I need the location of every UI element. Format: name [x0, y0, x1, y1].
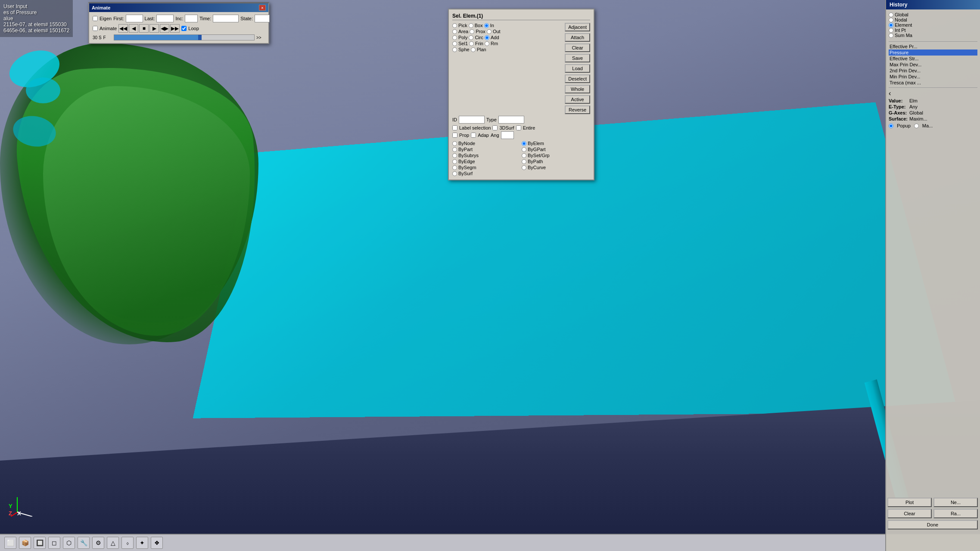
plot-button[interactable]: Plot [887, 498, 932, 507]
byedge-radio[interactable] [452, 159, 457, 164]
animate-dialog-titlebar: Animate × [89, 3, 268, 12]
nodal-radio[interactable] [889, 18, 893, 22]
pick-radio[interactable] [452, 23, 457, 28]
surf3d-checkbox[interactable] [492, 125, 498, 130]
bysubrys-radio[interactable] [452, 153, 457, 158]
toolbar-btn-0[interactable]: ⬜ [4, 537, 16, 549]
int-pt-radio[interactable] [889, 28, 893, 33]
ma-radio[interactable] [914, 124, 919, 128]
nodal-row: Nodal [889, 17, 977, 22]
result-item-3[interactable]: Max Prin Dev... [889, 62, 977, 68]
plan-radio[interactable] [471, 47, 476, 52]
global-radio[interactable] [889, 12, 893, 17]
sel1-frin-rm-row: Sel1 Frin Rm [452, 41, 561, 46]
ang-input[interactable]: 5 [501, 131, 514, 139]
toolbar-btn-8[interactable]: ⬨ [121, 537, 134, 549]
toolbar-btn-9[interactable]: ✦ [136, 537, 148, 549]
prox-radio[interactable] [470, 29, 474, 34]
byelem-radio[interactable] [522, 141, 526, 146]
save-button[interactable]: Save [565, 54, 590, 62]
global-section: Global Nodal Element Int Pt Sum Ma [889, 12, 977, 38]
area-radio[interactable] [452, 29, 457, 34]
adjacent-button[interactable]: Adjacent [565, 23, 590, 31]
bygpart-row: ByGPart [522, 147, 590, 152]
element-radio[interactable] [889, 23, 893, 28]
circ-radio[interactable] [469, 35, 473, 40]
bysurf-radio[interactable] [452, 171, 457, 176]
toolbar-btn-1[interactable]: 📦 [19, 537, 31, 549]
active-button[interactable]: Active [565, 95, 590, 104]
first-input[interactable]: 1 [126, 15, 143, 22]
toolbar-btn-10[interactable]: ❖ [151, 537, 163, 549]
animate-checkbox[interactable] [93, 26, 98, 31]
toolbar-btn-6[interactable]: ⚙ [92, 537, 104, 549]
bygpart-radio[interactable] [522, 147, 526, 152]
play-fast-forward-btn[interactable]: ▶▶ [170, 24, 180, 33]
inc-input[interactable]: 1 [185, 15, 198, 22]
svg-line-2 [11, 512, 17, 517]
eigen-checkbox[interactable] [93, 16, 98, 21]
label-selection-checkbox[interactable] [452, 125, 457, 130]
play-stop-btn[interactable]: ■ [139, 24, 149, 33]
sum-ma-radio[interactable] [889, 33, 893, 38]
by-group: ByNode ByElem ByPart ByGPart BySubrys By… [452, 141, 590, 176]
whole-button[interactable]: Whole [565, 85, 590, 93]
toolbar-btn-4[interactable]: ⬡ [63, 537, 75, 549]
popup-radio[interactable] [889, 124, 893, 128]
play-step-back-btn[interactable]: ◀▶ [160, 24, 169, 33]
prop-checkbox[interactable] [452, 133, 457, 138]
add-radio[interactable] [485, 35, 489, 40]
in-radio[interactable] [484, 23, 489, 28]
play-rewind-btn[interactable]: ◀◀ [118, 24, 128, 33]
progress-bar-thumb[interactable] [198, 35, 202, 40]
overlay-line2: es of Pressure [3, 9, 69, 15]
load-button[interactable]: Load [565, 64, 590, 73]
last-input[interactable]: 502 [156, 15, 174, 22]
bynode-radio[interactable] [452, 141, 457, 146]
time-input[interactable]: 2559.82 [213, 15, 239, 22]
result-item-0[interactable]: Effective Pr... [889, 43, 977, 50]
result-item-5[interactable]: Min Prin Dev... [889, 74, 977, 80]
reverse-button[interactable]: Reverse [565, 105, 590, 114]
toolbar-btn-7[interactable]: △ [107, 537, 119, 549]
deselect-button[interactable]: Deselect [565, 74, 590, 83]
attach-button[interactable]: Attach [565, 33, 590, 42]
frin-radio[interactable] [469, 41, 474, 46]
byset-radio[interactable] [522, 153, 526, 158]
sel1-radio[interactable] [452, 41, 457, 46]
progress-bar-track[interactable] [114, 34, 255, 40]
out-radio[interactable] [487, 29, 492, 34]
frin-label: Frin [475, 41, 483, 46]
label-3dsurf-row: Label selection 3DSurf Entire [452, 125, 590, 130]
rm-radio[interactable] [485, 41, 489, 46]
loop-checkbox[interactable] [181, 26, 187, 31]
sphe-radio[interactable] [452, 47, 457, 52]
history-clear-button[interactable]: Clear [887, 509, 932, 518]
result-item-pressure[interactable]: Pressure [889, 50, 977, 56]
toolbar-btn-5[interactable]: 🔧 [78, 537, 90, 549]
play-forward-btn[interactable]: ▶ [149, 24, 159, 33]
clear-button[interactable]: Clear [565, 43, 590, 52]
result-item-4[interactable]: 2nd Prin Dev... [889, 68, 977, 74]
bypath-radio[interactable] [522, 159, 526, 164]
bypart-radio[interactable] [452, 147, 457, 152]
id-input[interactable] [459, 116, 485, 124]
adap-checkbox[interactable] [471, 133, 476, 138]
ne-button[interactable]: Ne... [933, 498, 978, 507]
result-item-2[interactable]: Effective Str... [889, 56, 977, 62]
animate-close-button[interactable]: × [259, 5, 266, 11]
toolbar-btn-3[interactable]: ◻ [48, 537, 60, 549]
poly-radio[interactable] [452, 35, 457, 40]
result-item-6[interactable]: Tresca (max ... [889, 80, 977, 86]
toolbar-btn-2[interactable]: 🔲 [34, 537, 46, 549]
type-input[interactable]: any [498, 116, 524, 124]
ran-button[interactable]: Ra... [933, 509, 978, 518]
box-radio[interactable] [469, 23, 473, 28]
state-input[interactable]: 65 [255, 15, 270, 22]
play-back-btn[interactable]: ◀ [129, 24, 138, 33]
bysegm-radio[interactable] [452, 165, 457, 170]
left-arrow: ‹ [889, 90, 977, 97]
entire-checkbox[interactable] [516, 125, 521, 130]
done-button[interactable]: Done [887, 520, 978, 529]
bycurve-radio[interactable] [522, 165, 526, 170]
